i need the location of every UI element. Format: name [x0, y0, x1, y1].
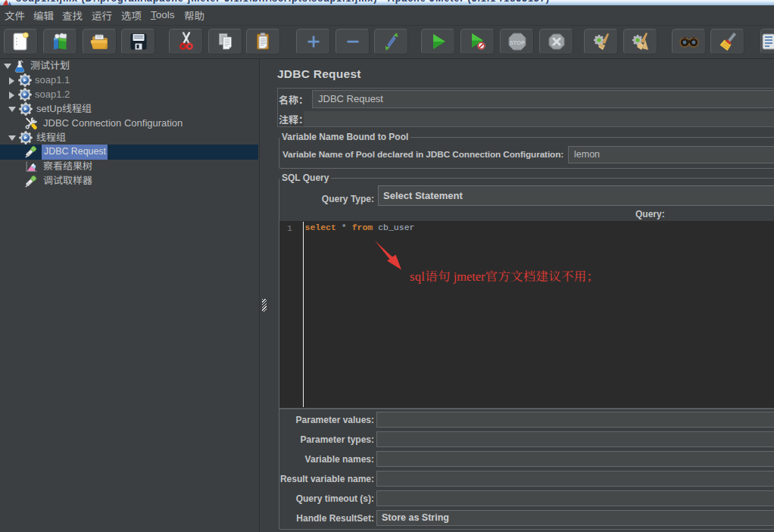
- svg-text:STOP: STOP: [509, 39, 524, 46]
